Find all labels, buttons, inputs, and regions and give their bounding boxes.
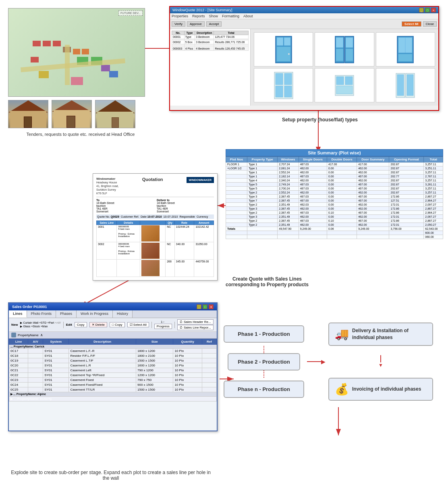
filter-icon [11, 333, 16, 337]
menu-formatting[interactable]: Formatting [222, 14, 239, 18]
table-row[interactable]: 0C23SY01Casement Fixed790 x 75010 Plo [9, 378, 217, 383]
menu-reports[interactable]: Reports [192, 14, 205, 18]
col-double-doors: Double Doors [327, 157, 357, 162]
svg-rect-24 [284, 73, 292, 85]
phase-diagram: Phase 1 - Production 🚚 Delivery & Instal… [224, 323, 441, 401]
table-row[interactable]: 0C19SY01Casement L.T/F1500 x 150010 Plo [9, 358, 217, 363]
window-title: WindowQuote 2012 - [Site Summary] [172, 8, 232, 12]
plot [33, 41, 41, 46]
arrow-down-line [380, 355, 381, 362]
window-left-panel: No.TypeDescriptionTotal 00001Type3 Bedro… [170, 29, 251, 106]
col-description: Description [69, 339, 136, 345]
toolbar-separator [63, 322, 64, 328]
door-thumbnail-3 [376, 32, 435, 67]
delivery-arrow-down: ▼ [328, 346, 433, 378]
tab-work-in-progress[interactable]: Work in Progress [77, 310, 113, 318]
svg-rect-26 [284, 86, 292, 97]
delivery-down-connector: ▼ [328, 355, 433, 368]
minimize-button[interactable]: _ [419, 8, 424, 12]
table-row[interactable]: 0C24SY01Casement Fixed/Fixed900 x 150010… [9, 383, 217, 387]
table-row[interactable]: 0C22SY01Casement Top ^R/Fixed1200 x 1200… [9, 373, 217, 378]
copy-button[interactable]: Copy [75, 322, 87, 327]
svg-rect-9 [284, 37, 290, 46]
so-minimize-button[interactable]: _ [197, 304, 201, 309]
so-toolbar: New ▶ Curtain Wall +STD +Part +nW ▶ Glas… [9, 318, 217, 332]
col-system: System [43, 339, 69, 345]
quote-header: Windowmaker Headway House 41, Brighton r… [96, 177, 214, 197]
site-summary-title: Site Summary (Plot wise) [226, 149, 443, 156]
sales-order-window[interactable]: Sales Order PI10001 _ □ × Lines Photo Fr… [8, 302, 218, 431]
house-photo-2 [52, 100, 92, 128]
sales-line-report-button[interactable]: 🗋 Sales Line Repor... [177, 325, 214, 330]
table-row[interactable]: 0C17SY01Casement L.F.-R1800 x 120010 Plo [9, 349, 217, 354]
dotted-line-2 [263, 370, 264, 378]
menu-properties[interactable]: Properties [172, 14, 188, 18]
svg-rect-23 [276, 73, 283, 85]
phase2-arrow: ▶ [304, 346, 328, 378]
so-maximize-button[interactable]: □ [203, 304, 207, 309]
tb-approve-button[interactable]: Approve [187, 21, 205, 27]
setup-property-caption: Setup property (house/flat) types [282, 117, 358, 123]
col-property-type: Property Type [247, 157, 278, 162]
col-size: Size [136, 339, 173, 345]
quote-line-row: 3001 000000055 bed manPricing - ExtrasIn… [97, 225, 214, 242]
top-software-window[interactable]: WindowQuote 2012 - [Site Summary] _ □ × … [169, 6, 439, 111]
site-map-caption: Tenders, requests to quote etc. received… [8, 131, 153, 137]
quote-line-row: 3002 000000064 bed manPricing - ExtrasIn… [97, 242, 214, 260]
tb-accept-button[interactable]: Accept [206, 21, 222, 27]
window-menubar: Properties Reports Show Formatting About [170, 13, 438, 19]
plot [71, 77, 83, 85]
col-ref: Ref [202, 339, 216, 345]
table-row: Type 32,351.49462.000.00462.00172.012,06… [226, 215, 443, 219]
table-row[interactable]: 0C20SY01Casement L.R1600 x 120010 Plo [9, 363, 217, 368]
phase2-left: Phase 2 - Production [224, 346, 304, 378]
so-content: PropertyName ∧ Line A/V System Descripti… [9, 332, 217, 429]
copy2-button[interactable]: □ Copy [110, 322, 125, 327]
sales-header-report-button[interactable]: 🗋 Sales Header Re... [177, 319, 214, 325]
quotation-title: Quotation [142, 177, 163, 182]
tb-verify-button[interactable]: Verify [172, 21, 185, 27]
svg-rect-28 [336, 77, 344, 85]
door-thumbnail-4 [254, 68, 313, 102]
col-windows: Windows [278, 157, 299, 162]
table-row: FLOOR 1Type 12,707.24467.03417.00417.002… [226, 162, 443, 166]
delete-button[interactable]: ✕ Delete [89, 322, 107, 327]
tab-history[interactable]: History [113, 310, 133, 318]
svg-rect-17 [346, 49, 353, 61]
progress-button[interactable]: Progress [154, 324, 172, 329]
menu-show[interactable]: Show [209, 14, 218, 18]
group-row-butterfly: ▶ ... PropertyName: Butterfly [9, 397, 217, 402]
table-row: Type 22,387.45467.030.10467.00172.862,86… [226, 219, 443, 223]
so-table-container[interactable]: Line A/V System Description Size Quantit… [9, 339, 217, 429]
toolbar-separator3 [174, 322, 175, 328]
tb-close-button[interactable]: Close [423, 21, 437, 27]
group-row-alpine: ▶ ... PropertyName: Alpine [9, 392, 217, 397]
select-mi-button[interactable]: Select MI [402, 21, 421, 27]
door-thumbnail-6 [376, 68, 435, 102]
close-button[interactable]: × [431, 8, 436, 12]
door-thumbnail-1 [254, 32, 313, 67]
col-line: Line [9, 339, 28, 345]
col-plot-nos: Plot Nos [226, 157, 247, 162]
menu-about[interactable]: About [243, 14, 253, 18]
col-total: Total [424, 157, 443, 162]
table-row: Type 22,351.49462.000.00462.00172.012,05… [226, 223, 443, 227]
group-row-carrick: ... PropertyName: Carrick [9, 345, 217, 349]
so-close-button[interactable]: × [209, 304, 214, 309]
table-row[interactable]: 0C21SY01Casement Left790 x 120010 Plo [9, 368, 217, 373]
table-row[interactable]: 0C25SY01Casement TT/LR1500 x 150010 Plo [9, 387, 217, 392]
window-titlebar: WindowQuote 2012 - [Site Summary] _ □ × [170, 7, 438, 13]
select-all-button[interactable]: ☑ Select All [127, 322, 149, 327]
arrow-line [307, 361, 321, 362]
tab-photo-fronts[interactable]: Photo Fronts [27, 310, 56, 318]
tab-lines[interactable]: Lines [9, 310, 27, 318]
table-row[interactable]: 0C18SY01Residor F/F.L.F/F1800 x 210010 P… [9, 354, 217, 358]
plot [101, 65, 110, 71]
phaseN-row: Phase n - Production 💰 Invoicing of indi… [224, 378, 441, 401]
plot [109, 71, 118, 77]
sales-order-title: Sales Order PI10001 [12, 305, 47, 309]
quotation-section: Windowmaker Headway House 41, Brighton r… [93, 173, 218, 281]
tab-phases[interactable]: Phases [56, 310, 77, 318]
maximize-button[interactable]: □ [425, 8, 430, 12]
site-map-section: FUTURE DEV... [8, 8, 153, 137]
